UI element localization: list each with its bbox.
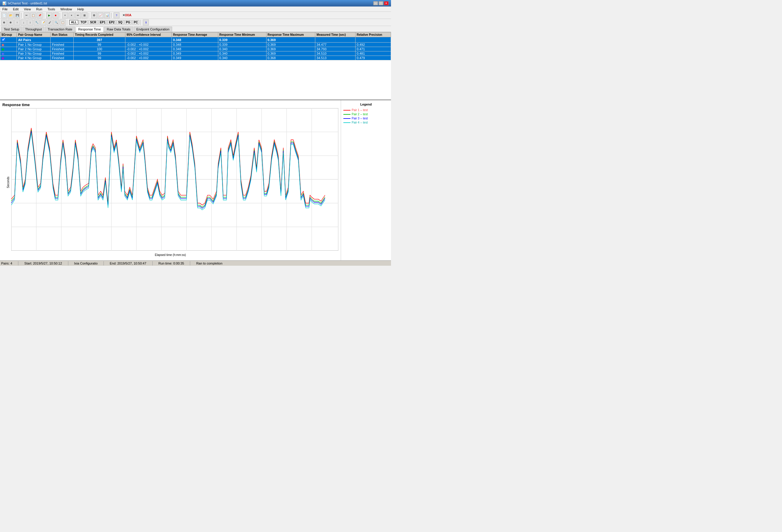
tab-bar: Test Setup Throughput Transaction Rate R… — [0, 26, 391, 32]
tb2-btn1[interactable]: ⊕ — [1, 20, 7, 26]
tag-ep2[interactable]: EP2 — [107, 20, 116, 25]
menu-run[interactable]: Run — [35, 7, 43, 11]
stop-button[interactable]: ■ — [52, 12, 59, 18]
col-timing: Timing Records Completed — [74, 33, 126, 37]
sep7 — [141, 20, 142, 25]
col-min: Response Time Minimum — [218, 33, 266, 37]
col-run-status: Run Status — [50, 33, 74, 37]
tag-pg[interactable]: PG — [125, 20, 132, 25]
menu-help[interactable]: Help — [76, 7, 85, 11]
col-group: $Group — [0, 33, 17, 37]
row1-icon: ▣ — [0, 47, 17, 51]
all-pairs-row[interactable]: All Pairs 397 0.348 0.339 0.369 — [0, 37, 391, 43]
row1-measured: 34.793 — [315, 47, 356, 51]
open-button[interactable]: 📂 — [8, 12, 13, 18]
all-pairs-avg: 0.348 — [172, 37, 218, 43]
tb2-btn5[interactable]: ↕ — [27, 20, 33, 26]
row2-max: 0.369 — [266, 51, 315, 56]
window-title: IxChariot Test - untitled1.tst — [8, 1, 47, 5]
tag-pc[interactable]: PC — [132, 20, 139, 25]
tag-all[interactable]: ALL — [69, 20, 78, 25]
edit-pair-button[interactable]: ✏ — [75, 12, 81, 18]
add-pair-button[interactable]: + — [62, 12, 68, 18]
tab-throughput[interactable]: Throughput — [23, 27, 44, 32]
tab-raw-data[interactable]: Raw Data Totals — [104, 27, 133, 32]
row0-measured: 34.477 — [315, 43, 356, 47]
chart-area: Response time Seconds — [0, 100, 341, 260]
row1-status: Finished — [50, 47, 74, 51]
tab-test-setup[interactable]: Test Setup — [1, 27, 22, 32]
row1-name: Pair 2 No Group — [17, 47, 50, 51]
report-button[interactable]: 📊 — [104, 12, 110, 18]
title-bar-controls[interactable]: ─ □ ✕ — [373, 1, 389, 5]
all-pairs-checkbox[interactable] — [1, 38, 5, 41]
paste-button[interactable]: 📌 — [37, 12, 43, 18]
table-container[interactable]: $Group Pair Group Name Run Status Timing… — [0, 32, 391, 100]
row3-min: 0.340 — [218, 56, 266, 60]
run-button[interactable]: ▶ — [46, 12, 52, 18]
cut-button[interactable]: ✂ — [24, 12, 30, 18]
row3-avg: 0.349 — [172, 56, 218, 60]
table-row[interactable]: ▣ Pair 3 No Group Finished 99 -0.002 : +… — [0, 51, 391, 56]
row1-confidence: -0.002 : +0.002 — [126, 47, 172, 51]
tab-response-time[interactable]: Response Time — [76, 27, 104, 32]
chart-title: Response time — [2, 103, 339, 107]
status-runtime: Run time: 0:00:35 — [158, 262, 184, 265]
tag-ep1[interactable]: EP1 — [99, 20, 107, 25]
col-pair-name: Pair Group Name — [17, 33, 50, 37]
col-measured: Measured Time (sec) — [315, 33, 356, 37]
new-button[interactable]: 📄 — [1, 12, 7, 18]
copy-button[interactable]: 📋 — [30, 12, 36, 18]
settings-button[interactable]: ⚙ — [91, 12, 97, 18]
duplicate-button[interactable]: ⊞ — [82, 12, 87, 18]
tb2-btn9[interactable]: 🔍 — [53, 20, 59, 26]
tag-tcp[interactable]: TCP — [79, 20, 88, 25]
tb2-btn2[interactable]: ⊗ — [8, 20, 13, 26]
table-row[interactable]: ▣ Pair 4 No Group Finished 99 -0.002 : +… — [0, 56, 391, 60]
menubar: File Edit View Run Tools Window Help — [0, 6, 391, 12]
tb2-btn3[interactable]: ↑ — [14, 20, 20, 26]
x-axis-label: Elapsed time (h:mm:ss) — [155, 253, 186, 257]
del-pair-button[interactable]: × — [69, 12, 75, 18]
tb2-info[interactable]: ℹ — [143, 20, 149, 26]
tab-endpoint-config[interactable]: Endpoint Configuration — [134, 27, 172, 32]
legend-item-1: Pair 2 -- test — [343, 113, 389, 116]
menu-edit[interactable]: Edit — [12, 7, 20, 11]
tab-transaction-rate[interactable]: Transaction Rate — [45, 27, 75, 32]
maximize-button[interactable]: □ — [379, 1, 383, 5]
sep1 — [21, 13, 23, 18]
all-pairs-min: 0.339 — [218, 37, 266, 43]
all-pairs-group — [0, 37, 17, 43]
tb2-btn8[interactable]: 🖊 — [47, 20, 52, 26]
row2-avg: 0.349 — [172, 51, 218, 56]
tag-scr[interactable]: SCR — [88, 20, 98, 25]
close-button[interactable]: ✕ — [384, 1, 389, 5]
chart-button[interactable]: 📈 — [98, 12, 104, 18]
tb2-btn10[interactable]: 📋 — [60, 20, 66, 26]
menu-view[interactable]: View — [23, 7, 32, 11]
col-confidence: 95% Confidence Interval — [126, 33, 172, 37]
tb2-btn6[interactable]: 🔧 — [34, 20, 40, 26]
help-button[interactable]: ? — [114, 12, 119, 18]
legend-label-3: Pair 4 -- test — [352, 121, 368, 124]
col-precision: Relative Precision — [356, 33, 391, 37]
row2-confidence: -0.002 : +0.002 — [126, 51, 172, 56]
legend-item-0: Pair 1 -- test — [343, 109, 389, 112]
row2-precision: 0.481 — [356, 51, 391, 56]
title-bar: 📊 IxChariot Test - untitled1.tst ─ □ ✕ — [0, 0, 391, 6]
row3-timing: 99 — [74, 56, 126, 60]
tb2-btn7[interactable]: 📝 — [40, 20, 46, 26]
status-completion: Ran to completion — [196, 262, 222, 265]
row1-precision: 0.471 — [356, 47, 391, 51]
tb2-btn4[interactable]: ↓ — [21, 20, 27, 26]
menu-tools[interactable]: Tools — [46, 7, 57, 11]
menu-file[interactable]: File — [1, 7, 9, 11]
save-button[interactable]: 💾 — [14, 12, 20, 18]
table-row[interactable]: ▣ Pair 2 No Group Finished 100 -0.002 : … — [0, 47, 391, 51]
minimize-button[interactable]: ─ — [373, 1, 378, 5]
menu-window[interactable]: Window — [59, 7, 73, 11]
table-row[interactable]: ▣ Pair 1 No Group Finished 99 -0.002 : +… — [0, 43, 391, 47]
row2-status: Finished — [50, 51, 74, 56]
tag-sq[interactable]: SQ — [116, 20, 123, 25]
row3-measured: 34.513 — [315, 56, 356, 60]
